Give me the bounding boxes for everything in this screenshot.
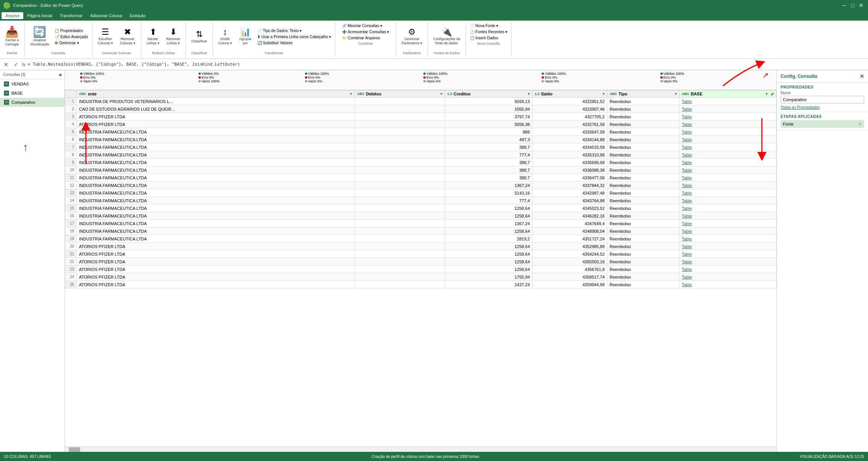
menu-exibicao[interactable]: Exibição — [126, 12, 150, 19]
atualizar-button[interactable]: 🔄 AtualizarVisualização — [27, 23, 52, 50]
formula-accept-button[interactable]: ✓ — [12, 61, 20, 68]
formula-input[interactable] — [28, 62, 866, 67]
restore-button[interactable]: □ — [849, 2, 857, 9]
config-fonte-button[interactable]: 🔌 Configurações dafonte de dados — [430, 23, 463, 50]
cell-tipo: Reembolso — [607, 235, 679, 243]
nova-fonte-button[interactable]: 📄 Nova Fonte ▾ — [468, 23, 500, 29]
error-dot-4 — [423, 76, 426, 79]
combinar-button[interactable]: 📁 Combinar Arquivos — [340, 35, 381, 41]
substituir-button[interactable]: 🔄 Substituir Valores — [256, 40, 332, 46]
cell-tipo: Reembolso — [607, 136, 679, 143]
filter-tipo[interactable]: ▾ — [675, 92, 677, 96]
cell-base[interactable]: Table — [679, 250, 776, 258]
filter-base[interactable]: ▾ — [766, 92, 768, 96]
col-header-base[interactable]: ABC BASE ▾ ⤢ — [679, 90, 776, 98]
cell-base[interactable]: Table — [679, 113, 776, 121]
classificar-button[interactable]: ⇅ Classificar — [188, 23, 210, 50]
col-header-tipo[interactable]: ABC Tipo ▾ — [607, 90, 679, 98]
cell-base[interactable]: Table — [679, 159, 776, 166]
horizontal-scrollbar[interactable] — [65, 446, 776, 452]
menu-transformar[interactable]: Transformar — [56, 12, 87, 19]
filter-ente[interactable]: ▾ — [350, 92, 352, 96]
group-label-consulta: Consulta — [52, 51, 65, 55]
close-button[interactable]: ✕ — [857, 2, 865, 9]
tipo-dados-button[interactable]: 📄 Tipo de Dados: Texto ▾ — [256, 28, 332, 34]
agrupar-button[interactable]: 📊 Agruparpor — [236, 23, 255, 50]
menu-adicionar-coluna[interactable]: Adicionar Coluna — [86, 12, 126, 19]
fontes-recentes-button[interactable]: 🕐 Fontes Recentes ▾ — [468, 29, 509, 35]
cell-base[interactable]: Table — [679, 205, 776, 212]
cell-base[interactable]: Table — [679, 266, 776, 273]
group-label-parametros: Parâmetros — [403, 51, 421, 55]
cell-base[interactable]: Table — [679, 281, 776, 289]
cell-base[interactable]: Table — [679, 136, 776, 143]
minimize-button[interactable]: ─ — [841, 2, 848, 9]
scroll-thumb[interactable] — [69, 447, 80, 452]
cell-base[interactable]: Table — [679, 143, 776, 151]
editor-avancado-button[interactable]: 📝 Editor Avançado — [53, 34, 90, 40]
name-input[interactable] — [781, 96, 864, 103]
step-fonte[interactable]: Fonte ⚙ — [781, 120, 864, 128]
ribbon-group-parametros: ⚙ GerenciarParâmetros ▾ Parâmetros — [396, 22, 428, 56]
all-props-link[interactable]: Todas as Propriedades — [781, 105, 820, 110]
filter-debitos[interactable]: ▾ — [440, 92, 442, 96]
row-number: 1 — [65, 98, 77, 105]
status-profile: Criação de perfil de coluna com base nas… — [372, 455, 479, 459]
cell-base[interactable]: Table — [679, 105, 776, 113]
cell-base[interactable]: Table — [679, 273, 776, 281]
col-header-saldo[interactable]: 1.2 Saldo ▾ — [532, 90, 607, 98]
formula-cancel-button[interactable]: ✕ — [2, 61, 10, 68]
gerenciar-button[interactable]: ⚙ Gerenciar ▾ — [53, 40, 90, 46]
cell-base[interactable]: Table — [679, 243, 776, 250]
remover-colunas-button[interactable]: ✖ RemoverColunas ▾ — [117, 23, 139, 50]
cell-base[interactable]: Table — [679, 220, 776, 227]
step-settings-icon[interactable]: ⚙ — [858, 122, 862, 126]
valid-dot-3 — [305, 73, 307, 75]
fechar-carregar-button[interactable]: 📥 Fechar eCarregar — [2, 23, 22, 50]
data-table-container[interactable]: ABC ente ▾ ABC Debitos ▾ — [65, 90, 776, 446]
dividir-coluna-button[interactable]: ↕ DividirColuna ▾ — [215, 23, 235, 50]
filter-creditos[interactable]: ▾ — [528, 92, 530, 96]
inserir-dados-button[interactable]: 📋 Inserir Dados — [468, 35, 500, 41]
menu-pagina-inicial[interactable]: Página Inicial — [23, 12, 56, 19]
remover-linhas-button[interactable]: ⬇ RemoverLinhas ▾ — [163, 23, 184, 50]
remover-col-icon: ✖ — [124, 28, 131, 36]
col-header-ente[interactable]: ABC ente ▾ — [77, 90, 355, 98]
cell-base[interactable]: Table — [679, 151, 776, 159]
query-item-vendas[interactable]: ☰ VENDAS — [0, 79, 65, 89]
cell-base[interactable]: Table — [679, 197, 776, 205]
col-header-creditos[interactable]: 1.2 Creditos ▾ — [445, 90, 532, 98]
col-header-debitos[interactable]: ABC Debitos ▾ — [355, 90, 445, 98]
cell-base[interactable]: Table — [679, 128, 776, 136]
cell-ente: INDUSTRIA FARMACEUTICA LTDA — [77, 128, 355, 136]
queries-header: Consultas [3] ◀ — [0, 70, 65, 79]
cell-base[interactable]: Table — [679, 227, 776, 235]
query-item-comparativo[interactable]: ☰ Comparativo — [0, 98, 65, 107]
cell-base[interactable]: Table — [679, 189, 776, 197]
mesclar-button[interactable]: 🔗 Mesclar Consultas ▾ — [340, 23, 384, 29]
query-item-base[interactable]: ☰ BASE — [0, 89, 65, 98]
close-config-button[interactable]: ✕ — [860, 73, 864, 79]
acrescentar-button[interactable]: ➕ Acrescentar Consultas ▾ — [340, 29, 390, 35]
gerenciar-param-button[interactable]: ⚙ GerenciarParâmetros ▾ — [399, 23, 425, 50]
cell-tipo: Reembolso — [607, 143, 679, 151]
cell-base[interactable]: Table — [679, 98, 776, 105]
escolher-colunas-button[interactable]: ☰ EscolherColunas ▾ — [95, 23, 116, 50]
cell-base[interactable]: Table — [679, 174, 776, 182]
filter-saldo[interactable]: ▾ — [603, 92, 605, 96]
primeira-linha-button[interactable]: ⬆ Usar a Primeira Linha como Cabeçalho ▾ — [256, 34, 332, 40]
manter-linhas-button[interactable]: ⬆ ManterLinhas ▾ — [144, 23, 163, 50]
menu-arquivo[interactable]: Arquivo — [2, 12, 23, 19]
cell-tipo: Reembolso — [607, 174, 679, 182]
cell-base[interactable]: Table — [679, 258, 776, 266]
cell-base[interactable]: Table — [679, 166, 776, 174]
cell-base[interactable]: Table — [679, 182, 776, 189]
cell-base[interactable]: Table — [679, 235, 776, 243]
cell-base[interactable]: Table — [679, 212, 776, 220]
propriedades-button[interactable]: 📋 Propriedades — [53, 28, 90, 34]
cell-base[interactable]: Table — [679, 121, 776, 128]
collapse-queries-button[interactable]: ◀ — [58, 73, 61, 77]
queries-panel: Consultas [3] ◀ ☰ VENDAS ☰ BASE ☰ Compar… — [0, 70, 65, 452]
table-row: 2CAO DE ESTUDOS AGRARIOS LUIZ DE QUEIR..… — [65, 105, 776, 113]
expand-base-button[interactable]: ⤢ — [771, 92, 774, 96]
